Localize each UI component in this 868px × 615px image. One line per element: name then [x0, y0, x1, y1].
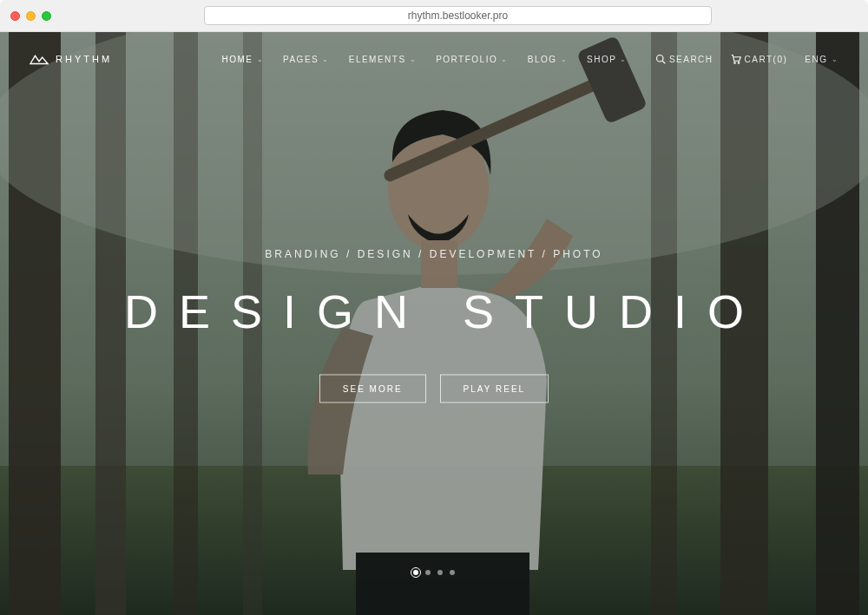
nav-label: SHOP — [587, 55, 616, 64]
chevron-down-icon: ⌄ — [620, 56, 628, 63]
slider-dot[interactable] — [450, 570, 455, 575]
chevron-down-icon: ⌄ — [561, 56, 569, 63]
brand-name: RHYTHM — [56, 54, 112, 64]
slider-pagination — [413, 570, 455, 575]
nav-label: PORTFOLIO — [436, 55, 497, 64]
nav-label: HOME — [222, 55, 253, 64]
chevron-down-icon: ⌄ — [501, 56, 509, 63]
nav-portfolio[interactable]: PORTFOLIO⌄ — [436, 55, 509, 64]
cart-icon — [731, 54, 741, 64]
nav-label: PAGES — [283, 55, 319, 64]
nav-blog[interactable]: BLOG⌄ — [528, 55, 568, 64]
browser-chrome: rhythm.bestlooker.pro — [0, 0, 868, 32]
play-reel-button[interactable]: PLAY REEL — [440, 375, 549, 403]
nav-utilities: SEARCH CART(0) ENG⌄ — [655, 54, 838, 64]
nav-label: ELEMENTS — [349, 55, 406, 64]
hero-tagline: BRANDING / DESIGN / DEVELOPMENT / PHOTO — [0, 248, 868, 260]
minimize-window-icon[interactable] — [26, 11, 36, 21]
maximize-window-icon[interactable] — [42, 11, 51, 21]
hero-buttons: SEE MORE PLAY REEL — [0, 375, 868, 403]
page-viewport: RHYTHM HOME⌄ PAGES⌄ ELEMENTS⌄ PORTFOLIO⌄… — [0, 32, 868, 615]
nav-label: BLOG — [528, 55, 557, 64]
slider-dot[interactable] — [425, 570, 431, 575]
main-nav: HOME⌄ PAGES⌄ ELEMENTS⌄ PORTFOLIO⌄ BLOG⌄ … — [222, 54, 839, 64]
hero-title: DESIGN STUDIO — [0, 285, 868, 338]
svg-point-19 — [738, 62, 740, 64]
search-icon — [655, 54, 666, 64]
site-header: RHYTHM HOME⌄ PAGES⌄ ELEMENTS⌄ PORTFOLIO⌄… — [0, 32, 868, 86]
chevron-down-icon: ⌄ — [322, 56, 330, 63]
url-bar[interactable]: rhythm.bestlooker.pro — [204, 6, 712, 25]
chevron-down-icon: ⌄ — [257, 56, 265, 63]
hero-section: BRANDING / DESIGN / DEVELOPMENT / PHOTO … — [0, 248, 868, 403]
svg-point-18 — [733, 62, 735, 64]
lang-label: ENG — [805, 55, 827, 64]
nav-pages[interactable]: PAGES⌄ — [283, 55, 330, 64]
slider-dot[interactable] — [437, 570, 443, 575]
svg-point-16 — [656, 56, 663, 62]
chevron-down-icon: ⌄ — [410, 56, 418, 63]
chevron-down-icon: ⌄ — [832, 56, 839, 63]
cart-button[interactable]: CART(0) — [731, 54, 788, 64]
nav-elements[interactable]: ELEMENTS⌄ — [349, 55, 417, 64]
window-controls — [10, 11, 51, 21]
nav-shop[interactable]: SHOP⌄ — [587, 55, 628, 64]
close-window-icon[interactable] — [10, 11, 20, 21]
nav-home[interactable]: HOME⌄ — [222, 55, 265, 64]
logo-icon — [30, 53, 49, 65]
language-selector[interactable]: ENG⌄ — [805, 55, 838, 64]
cart-label: CART(0) — [745, 55, 788, 64]
svg-line-17 — [662, 61, 665, 63]
search-button[interactable]: SEARCH — [655, 54, 713, 64]
see-more-button[interactable]: SEE MORE — [319, 375, 426, 403]
brand[interactable]: RHYTHM — [30, 53, 112, 65]
search-label: SEARCH — [669, 55, 713, 64]
slider-dot[interactable] — [413, 570, 418, 575]
